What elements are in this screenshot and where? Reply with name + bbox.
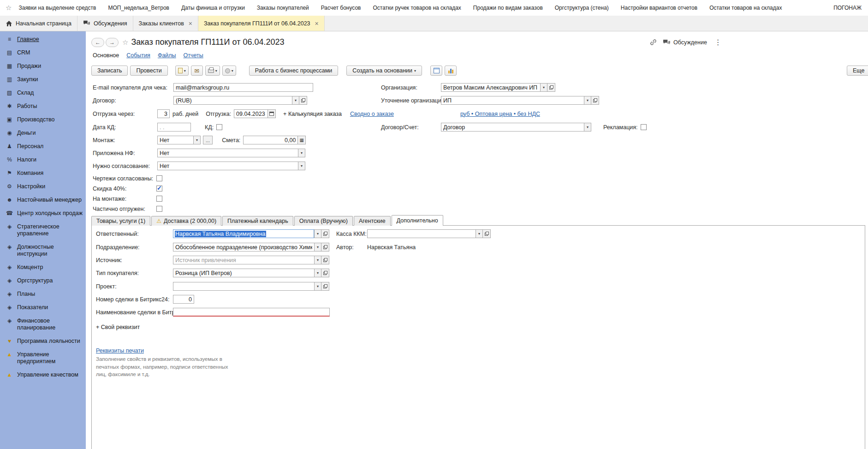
project-open-button[interactable] — [321, 282, 329, 291]
org-clarification-open-button[interactable] — [591, 96, 599, 105]
price-type-link[interactable]: руб • Оптовая цена • без НДС — [460, 111, 540, 117]
create-based-on-button[interactable]: Создать на основании▾ — [346, 66, 422, 76]
kkm-dropdown-button[interactable]: ▾ — [476, 229, 483, 238]
sidebar-item[interactable]: ◈ Должностные инструкции — [0, 240, 86, 261]
more-menu-icon[interactable]: ⋮ — [713, 38, 724, 47]
department-input[interactable] — [173, 243, 314, 251]
sidebar-item[interactable]: ♟ Персонал — [0, 140, 86, 153]
department-open-button[interactable] — [321, 243, 329, 251]
tab-home[interactable]: Начальная страница — [0, 16, 77, 31]
sidebar-item[interactable]: ◈ Стратегическое управление — [0, 220, 86, 240]
montage-ellipsis-button[interactable]: ... — [203, 136, 213, 144]
quick-link[interactable]: Настройки вариантов отчетов — [615, 5, 703, 11]
approval-input[interactable] — [157, 162, 298, 170]
tab-payment-calendar[interactable]: Платежный календарь — [222, 216, 293, 226]
tab-goods-services[interactable]: Товары, услуги (1) — [91, 216, 150, 226]
ship-after-input[interactable] — [157, 109, 170, 118]
sidebar-item[interactable]: ◈ Финансовое планирование — [0, 314, 86, 335]
on-montage-checkbox[interactable] — [156, 196, 162, 202]
write-button[interactable]: Записать — [91, 66, 128, 76]
report-button[interactable] — [430, 66, 442, 76]
kd-checkbox[interactable] — [216, 124, 222, 130]
organization-open-button[interactable] — [547, 83, 555, 92]
nav-reports[interactable]: Отчеты — [184, 52, 203, 59]
partially-shipped-checkbox[interactable] — [156, 206, 162, 212]
quick-link[interactable]: Заказы покупателей — [251, 5, 315, 11]
sidebar-item[interactable]: ▤ CRM — [0, 46, 86, 60]
project-dropdown-button[interactable]: ▾ — [314, 282, 321, 291]
org-clarification-input[interactable] — [441, 96, 584, 105]
sidebar-item[interactable]: ▥ Закупки — [0, 73, 86, 86]
favorite-toggle-icon[interactable]: ☆ — [122, 38, 128, 47]
project-input[interactable] — [173, 282, 314, 291]
sidebar-item[interactable]: ▲ Управление предприятием — [0, 348, 86, 368]
sidebar-item[interactable]: ◈ Планы — [0, 287, 86, 301]
sidebar-item[interactable]: ⚙ Настройки — [0, 180, 86, 193]
quick-link[interactable]: Остатки ручек товаров на складах — [367, 5, 467, 11]
close-icon[interactable]: × — [315, 20, 319, 27]
sidebar-item[interactable]: ◈ Оргструктура — [0, 274, 86, 287]
order-calculation-link[interactable]: + Калькуляция заказа — [283, 111, 342, 117]
shipping-date-input[interactable] — [234, 109, 268, 118]
email-input[interactable] — [173, 83, 313, 92]
quick-link[interactable]: ПОГОНАЖ — [827, 5, 863, 11]
link-icon[interactable] — [649, 38, 657, 46]
kd-date-input[interactable] — [157, 123, 191, 132]
tab-client-orders[interactable]: Заказы клиентов × — [133, 16, 198, 31]
responsible-dropdown-button[interactable]: ▾ — [314, 229, 321, 238]
post-button[interactable]: Провести — [130, 66, 167, 76]
montage-dropdown-button[interactable]: ▾ — [193, 136, 201, 144]
sidebar-item[interactable]: ◈ Комцентр — [0, 261, 86, 274]
contract-open-button[interactable] — [299, 96, 307, 105]
sidebar-item[interactable]: ▲ Управление качеством — [0, 368, 86, 382]
organization-input[interactable] — [441, 83, 540, 92]
quick-link[interactable]: Остатки товаров на складах — [703, 5, 788, 11]
sidebar-item[interactable]: ☎ Центр холодных продаж — [0, 207, 86, 220]
kkm-open-button[interactable] — [483, 229, 491, 238]
department-dropdown-button[interactable]: ▾ — [314, 243, 321, 251]
calculator-button[interactable]: ▦ — [297, 136, 306, 144]
document-menu-button[interactable]: ▾ — [175, 66, 189, 76]
email-button[interactable]: ✉ — [191, 66, 203, 76]
quick-link[interactable]: МОП_неделька_Ветров — [102, 5, 175, 11]
sidebar-item[interactable]: ♥ Программа лояльности — [0, 335, 86, 348]
sidebar-item[interactable]: ▧ Склад — [0, 86, 86, 100]
buyer-type-open-button[interactable] — [321, 269, 329, 277]
contract-dropdown-button[interactable]: ▾ — [292, 96, 299, 105]
favorites-star-icon[interactable]: ☆ — [6, 4, 12, 12]
contract-account-dropdown-button[interactable]: ▾ — [584, 123, 591, 132]
source-open-button[interactable] — [321, 256, 329, 264]
status-menu-button[interactable]: ▾ — [222, 66, 236, 76]
nav-main[interactable]: Основное — [93, 52, 119, 59]
tab-additional[interactable]: Дополнительно — [392, 215, 443, 226]
source-input[interactable] — [173, 256, 314, 264]
estimate-input[interactable] — [243, 136, 297, 144]
approval-dropdown-button[interactable]: ▾ — [298, 162, 305, 170]
tab-customer-order[interactable]: Заказ покупателя ГП111И от 06.04.2023 × — [198, 16, 325, 31]
sidebar-item[interactable]: ▦ Продажи — [0, 60, 86, 73]
more-button[interactable]: Еще — [847, 66, 868, 76]
sidebar-item[interactable]: ⚑ Компания — [0, 167, 86, 180]
quick-link[interactable]: Оргструктура (стена) — [549, 5, 615, 11]
responsible-open-button[interactable] — [321, 229, 329, 238]
reclamation-checkbox[interactable] — [641, 124, 647, 130]
back-button[interactable]: ← — [91, 38, 104, 47]
contract-account-input[interactable] — [441, 123, 584, 132]
sidebar-item[interactable]: ◈ Показатели — [0, 301, 86, 314]
custom-attribute-link[interactable]: + Свой реквизит — [96, 324, 140, 330]
print-menu-button[interactable]: ▾ — [205, 66, 220, 76]
sidebar-item[interactable]: ✱ Работы — [0, 100, 86, 113]
bitrix-number-input[interactable] — [173, 295, 194, 304]
print-props-link[interactable]: Реквизиты печати — [96, 347, 144, 354]
kkm-input[interactable] — [367, 229, 476, 238]
calendar-button[interactable] — [268, 109, 276, 118]
nav-files[interactable]: Файлы — [158, 52, 176, 59]
montage-input[interactable] — [157, 136, 193, 144]
tab-agency[interactable]: Агентские — [354, 216, 391, 226]
quick-link[interactable]: Расчет бонусов — [315, 5, 367, 11]
tab-discussions[interactable]: Обсуждения — [77, 16, 133, 31]
drawings-checkbox[interactable] — [156, 175, 162, 181]
forward-button[interactable]: → — [106, 38, 119, 47]
contract-input[interactable] — [173, 96, 292, 105]
order-summary-link[interactable]: Сводно о заказе — [350, 111, 394, 117]
